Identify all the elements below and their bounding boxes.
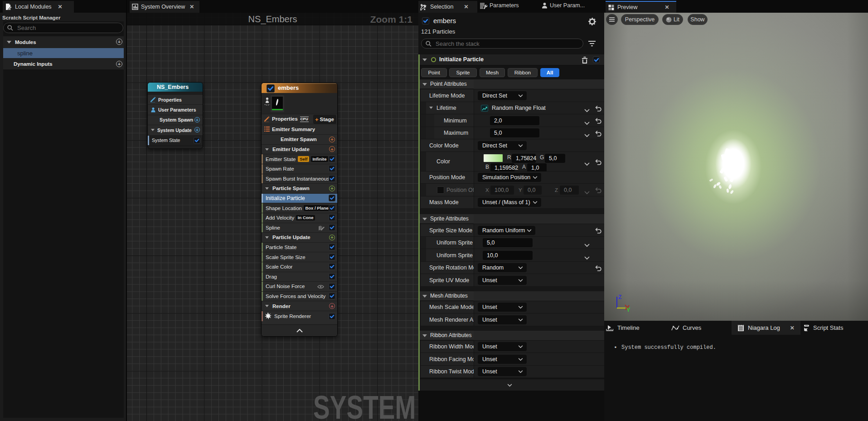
svg-text:Z: Z [618, 294, 621, 300]
svg-text:Y: Y [626, 306, 630, 313]
